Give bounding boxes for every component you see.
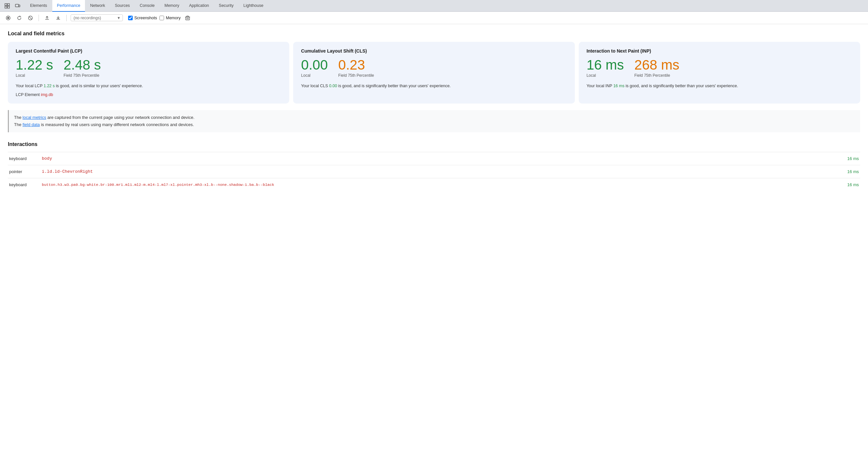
lcp-element: LCP Element img.db [16, 93, 281, 97]
svg-rect-2 [5, 6, 7, 8]
screenshots-checkbox-label[interactable]: Screenshots [128, 16, 157, 20]
interaction-time-2: 16 ms [839, 182, 859, 187]
metric-inp-field-group: 268 ms Field 75th Percentile [634, 58, 679, 78]
interaction-time-0: 16 ms [839, 156, 859, 161]
tab-performance[interactable]: Performance [52, 0, 85, 12]
metric-lcp-desc: Your local LCP 1.22 s is good, and is si… [16, 83, 281, 89]
devtools-icon-2[interactable] [13, 1, 22, 10]
info-box: The local metrics are captured from the … [8, 110, 860, 132]
metric-inp-values: 16 ms Local 268 ms Field 75th Percentile [587, 58, 852, 78]
tab-console[interactable]: Console [135, 0, 159, 12]
metric-inp-local-value: 16 ms [587, 58, 624, 72]
devtools-icons [3, 1, 22, 10]
metric-inp-field-label: Field 75th Percentile [634, 73, 679, 78]
svg-rect-0 [5, 4, 7, 5]
devtools-icon-1[interactable] [3, 1, 12, 10]
metric-lcp-local-value: 1.22 s [16, 58, 53, 72]
metric-inp-local-label: Local [587, 73, 624, 78]
interaction-row-2: keyboard button.h3.w3.pa0.bg-white.br-10… [8, 178, 860, 191]
tab-lighthouse[interactable]: Lighthouse [239, 0, 268, 12]
metric-cls-field-label: Field 75th Percentile [338, 73, 374, 78]
info-text-1: The [14, 115, 23, 120]
metric-card-lcp: Largest Contentful Paint (LCP) 1.22 s Lo… [8, 42, 289, 104]
svg-rect-4 [16, 4, 19, 7]
memory-checkbox-label[interactable]: Memory [159, 16, 180, 20]
metric-lcp-values: 1.22 s Local 2.48 s Field 75th Percentil… [16, 58, 281, 78]
metric-lcp-local-label: Local [16, 73, 53, 78]
tab-memory[interactable]: Memory [160, 0, 184, 12]
metric-inp-title: Interaction to Next Paint (INP) [587, 48, 852, 54]
cleanup-button[interactable] [183, 14, 192, 22]
local-metrics-link[interactable]: local metrics [23, 115, 46, 120]
metric-card-cls: Cumulative Layout Shift (CLS) 0.00 Local… [293, 42, 575, 104]
metric-cls-local-label: Local [301, 73, 328, 78]
main-content: Local and field metrics Largest Contentf… [0, 24, 868, 469]
interaction-target-1[interactable]: i.ld.ld-ChevronRight [42, 169, 839, 174]
svg-rect-5 [19, 5, 20, 7]
reload-button[interactable] [15, 14, 24, 22]
tab-sources[interactable]: Sources [111, 0, 135, 12]
metric-cls-values: 0.00 Local 0.23 Field 75th Percentile [301, 58, 567, 78]
interaction-target-2[interactable]: button.h3.w3.pa0.bg-white.br-100.mr1.ml1… [42, 182, 839, 187]
metric-card-inp: Interaction to Next Paint (INP) 16 ms Lo… [579, 42, 860, 104]
info-text-2: are captured from the current page using… [46, 115, 194, 120]
metric-inp-local-group: 16 ms Local [587, 58, 624, 78]
tab-security[interactable]: Security [214, 0, 238, 12]
interaction-row-1: pointer i.ld.ld-ChevronRight 16 ms [8, 165, 860, 178]
tab-network[interactable]: Network [86, 0, 110, 12]
metric-lcp-field-label: Field 75th Percentile [63, 73, 101, 78]
memory-checkbox[interactable] [159, 16, 164, 20]
toolbar: (no recordings) ▾ Screenshots Memory [0, 12, 868, 24]
svg-point-7 [7, 17, 9, 19]
metric-lcp-field-group: 2.48 s Field 75th Percentile [63, 58, 101, 78]
recordings-dropdown[interactable]: (no recordings) ▾ [70, 14, 123, 21]
info-text-4: is measured by real users using many dif… [40, 122, 194, 127]
lcp-element-value[interactable]: img.db [41, 93, 53, 97]
interactions-title: Interactions [8, 141, 860, 147]
svg-rect-1 [7, 4, 9, 5]
upload-button[interactable] [43, 14, 51, 22]
tab-application[interactable]: Application [184, 0, 213, 12]
svg-line-9 [29, 16, 32, 19]
metric-cls-highlight: 0.00 [329, 83, 337, 88]
metric-lcp-field-value: 2.48 s [63, 58, 101, 72]
metric-lcp-highlight: 1.22 s [43, 83, 55, 88]
download-button[interactable] [54, 14, 62, 22]
clear-button[interactable] [26, 14, 35, 22]
screenshots-checkbox[interactable] [128, 16, 133, 20]
interaction-type-1: pointer [9, 169, 42, 174]
metric-cls-field-group: 0.23 Field 75th Percentile [338, 58, 374, 78]
metric-cls-local-group: 0.00 Local [301, 58, 328, 78]
field-data-link[interactable]: field data [23, 122, 40, 127]
memory-label: Memory [166, 16, 180, 20]
toolbar-divider-1 [38, 15, 39, 21]
section-title: Local and field metrics [8, 31, 860, 37]
record-button[interactable] [4, 14, 12, 22]
interaction-row-0: keyboard body 16 ms [8, 152, 860, 165]
metric-lcp-local-group: 1.22 s Local [16, 58, 53, 78]
tab-bar: Elements Performance Network Sources Con… [0, 0, 868, 12]
metric-cls-desc: Your local CLS 0.00 is good, and is sign… [301, 83, 567, 89]
metric-inp-desc: Your local INP 16 ms is good, and is sig… [587, 83, 852, 89]
interaction-time-1: 16 ms [839, 169, 859, 174]
tab-elements[interactable]: Elements [26, 0, 52, 12]
recordings-label: (no recordings) [73, 16, 101, 20]
dropdown-arrow-icon: ▾ [118, 15, 120, 20]
interaction-type-2: keyboard [9, 182, 42, 187]
metric-cls-local-value: 0.00 [301, 58, 328, 72]
metric-cls-title: Cumulative Layout Shift (CLS) [301, 48, 567, 54]
metric-inp-field-value: 268 ms [634, 58, 679, 72]
screenshots-label: Screenshots [134, 16, 157, 20]
interaction-target-0[interactable]: body [42, 156, 839, 161]
metric-lcp-title: Largest Contentful Paint (LCP) [16, 48, 281, 54]
metric-inp-highlight: 16 ms [613, 83, 624, 88]
info-text-3: The [14, 122, 23, 127]
toolbar-divider-2 [66, 15, 67, 21]
metric-cls-field-value: 0.23 [338, 58, 374, 72]
metrics-grid: Largest Contentful Paint (LCP) 1.22 s Lo… [8, 42, 860, 104]
svg-rect-3 [7, 6, 9, 8]
interaction-type-0: keyboard [9, 156, 42, 161]
